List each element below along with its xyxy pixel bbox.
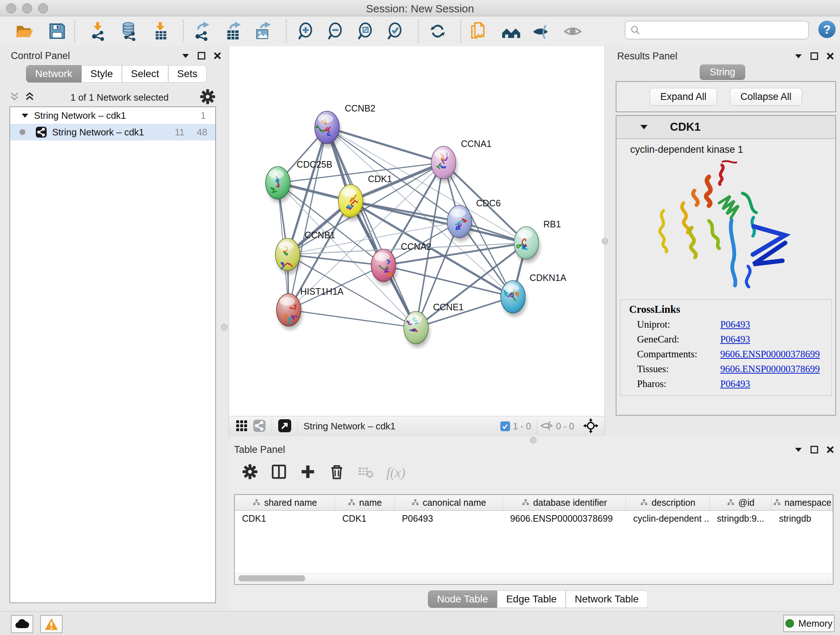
- column-header-@id[interactable]: @id: [710, 495, 772, 510]
- crosslink-link[interactable]: 9606.ENSP00000378699: [720, 363, 820, 375]
- help-button[interactable]: ?: [818, 21, 836, 38]
- crosslink-link[interactable]: P06493: [720, 378, 750, 390]
- warning-status-button[interactable]: [40, 615, 63, 633]
- zoom-fit-icon[interactable]: [355, 21, 375, 41]
- expand-triangle-icon[interactable]: [21, 112, 29, 119]
- tab-select[interactable]: Select: [122, 65, 168, 82]
- scrollbar-thumb[interactable]: [238, 575, 305, 581]
- network-list-view-icon[interactable]: [253, 419, 266, 434]
- network-edge[interactable]: [287, 255, 384, 265]
- network-collection-row[interactable]: String Network – cdk1 1: [10, 107, 215, 124]
- network-edge[interactable]: [327, 127, 444, 163]
- network-edge[interactable]: [416, 297, 513, 328]
- export-image-icon[interactable]: [254, 21, 273, 41]
- memory-button[interactable]: Memory: [783, 615, 835, 632]
- export-table-icon[interactable]: [224, 21, 243, 41]
- tab-sets[interactable]: Sets: [168, 65, 207, 82]
- column-header-description[interactable]: description: [626, 495, 709, 510]
- node-label-RB1: RB1: [543, 219, 561, 229]
- delete-table-icon: [357, 463, 374, 481]
- hide-selected-icon[interactable]: [531, 21, 550, 41]
- close-panel-icon[interactable]: [826, 51, 835, 61]
- table-settings-gear-icon[interactable]: [242, 463, 258, 481]
- network-canvas[interactable]: CCNB2CCNA1CDC25BCDK1CDC6RB1CCNB1CCNA2CDK…: [229, 46, 605, 416]
- float-panel-icon[interactable]: [810, 445, 819, 454]
- zoom-out-icon[interactable]: [325, 21, 345, 41]
- refresh-icon[interactable]: [428, 21, 447, 41]
- birds-eye-icon[interactable]: [583, 418, 599, 435]
- tab-string[interactable]: String: [699, 65, 745, 80]
- bottom-splitter-handle[interactable]: [530, 437, 537, 443]
- tab-network-table[interactable]: Network Table: [566, 591, 648, 608]
- table-cell: cyclin-dependent ...: [626, 511, 709, 526]
- gear-icon[interactable]: [242, 463, 258, 480]
- collapse-triangle-icon[interactable]: [639, 124, 648, 131]
- column-header-shared-name[interactable]: shared name: [235, 495, 335, 510]
- zoom-in-icon[interactable]: [296, 21, 316, 41]
- column-header-namespace[interactable]: namespace: [772, 495, 833, 510]
- network-edge[interactable]: [289, 310, 416, 328]
- export-network-icon[interactable]: [193, 21, 212, 41]
- add-column-icon[interactable]: [300, 463, 316, 481]
- neighbors-icon[interactable]: [501, 21, 521, 41]
- tab-style[interactable]: Style: [81, 65, 122, 82]
- network-edge[interactable]: [327, 127, 416, 328]
- columns-icon[interactable]: [271, 463, 287, 481]
- crosslink-row: Pharos:P06493: [637, 378, 831, 390]
- crosslink-link[interactable]: P06493: [720, 319, 750, 330]
- expand-all-icon[interactable]: [25, 91, 35, 103]
- right-splitter-handle[interactable]: [602, 238, 608, 244]
- panel-menu-icon[interactable]: [181, 51, 190, 60]
- collapse-all-button[interactable]: Collapse All: [730, 88, 802, 106]
- float-panel-icon[interactable]: [197, 51, 206, 60]
- crosslink-link[interactable]: 9606.ENSP00000378699: [720, 348, 820, 360]
- tab-edge-table[interactable]: Edge Table: [497, 591, 566, 608]
- memory-status-dot: [785, 619, 794, 628]
- protein-description: cyclin-dependent kinase 1: [616, 139, 835, 157]
- table-cell: CDK1: [235, 511, 335, 526]
- close-panel-icon[interactable]: [826, 445, 835, 454]
- expand-all-button[interactable]: Expand All: [650, 88, 717, 106]
- documents-icon[interactable]: [469, 21, 488, 41]
- tab-node-table[interactable]: Node Table: [428, 591, 497, 608]
- search-input[interactable]: [644, 22, 808, 38]
- network-options-gear-icon[interactable]: [199, 88, 216, 106]
- left-splitter-handle[interactable]: [221, 324, 227, 331]
- save-session-icon[interactable]: [47, 21, 67, 41]
- selected-checkbox-icon[interactable]: [500, 421, 510, 431]
- import-network-from-database-icon[interactable]: [119, 21, 139, 41]
- show-all-icon[interactable]: [563, 21, 583, 41]
- network-edge[interactable]: [289, 127, 327, 310]
- column-label: database identifier: [533, 497, 607, 508]
- collapse-all-icon[interactable]: [9, 91, 19, 103]
- panel-menu-icon[interactable]: [794, 445, 803, 454]
- protein-group-header[interactable]: CDK1: [616, 116, 835, 139]
- node-gloss: [450, 209, 466, 217]
- zoom-selected-icon[interactable]: [385, 21, 405, 41]
- cloud-status-button[interactable]: [11, 615, 33, 633]
- network-row[interactable]: String Network – cdk1 11 48: [10, 124, 215, 141]
- close-panel-icon[interactable]: [213, 51, 222, 60]
- network-canvas-svg: CCNB2CCNA1CDC25BCDK1CDC6RB1CCNB1CCNA2CDK…: [229, 46, 605, 416]
- import-network-icon[interactable]: [88, 21, 108, 41]
- crosslink-label: Tissues:: [637, 363, 720, 375]
- crosslink-link[interactable]: P06493: [720, 334, 750, 345]
- import-table-icon[interactable]: [151, 21, 171, 41]
- open-file-icon[interactable]: [15, 21, 34, 41]
- float-panel-icon[interactable]: [810, 51, 819, 61]
- grid-view-icon[interactable]: [235, 420, 248, 433]
- crosslinks-section: CrossLinks Uniprot:P06493GeneCard:P06493…: [620, 299, 832, 396]
- gear-icon[interactable]: [199, 88, 216, 105]
- panel-menu-icon[interactable]: [794, 51, 803, 61]
- tab-network[interactable]: Network: [26, 65, 81, 82]
- delete-trash-icon[interactable]: [328, 463, 345, 481]
- status-bar: Memory: [0, 611, 840, 635]
- detach-view-icon[interactable]: [278, 419, 292, 434]
- table-row[interactable]: CDK1CDK1P064939606.ENSP00000378699cyclin…: [235, 511, 833, 526]
- column-header-canonical-name[interactable]: canonical name: [395, 495, 503, 510]
- table-cell: CDK1: [335, 511, 395, 526]
- network-edge[interactable]: [327, 127, 526, 243]
- column-header-database-identifier[interactable]: database identifier: [503, 495, 626, 510]
- node-gloss: [279, 297, 295, 306]
- column-header-name[interactable]: name: [335, 495, 395, 510]
